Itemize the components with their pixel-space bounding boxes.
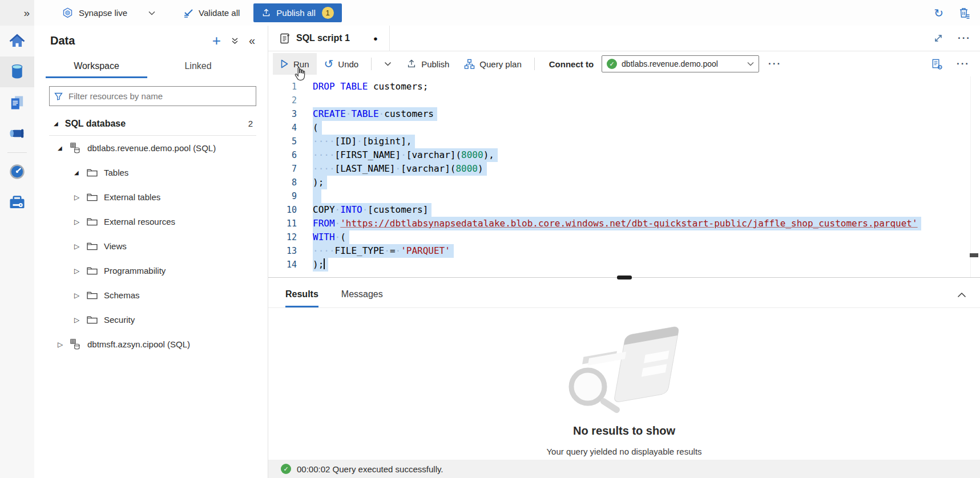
tree-item-dbtlabs-revenue-demo-pool-sql[interactable]: ◢dbtlabs.revenue.demo.pool (SQL)	[34, 136, 268, 160]
folder-icon	[87, 266, 104, 275]
tree-caret-icon[interactable]: ▷	[74, 291, 87, 299]
connect-to-label: Connect to	[549, 59, 594, 69]
synapse-live-selector[interactable]: Synapse live	[56, 3, 161, 23]
expand-rail-icon[interactable]: »	[23, 7, 30, 19]
query-status-bar: ✓ 00:00:02 Query executed successfully.	[268, 460, 980, 478]
code-line-11[interactable]: 11FROM·'https://dbtlabsynapsedatalake.bl…	[268, 217, 980, 230]
database-icon	[70, 339, 87, 350]
selection-highlight	[313, 189, 321, 203]
code-line-6[interactable]: 6····[FIRST_NAME]·[varchar](8000),	[268, 148, 980, 162]
tree-item-views[interactable]: ▷Views	[34, 234, 268, 258]
run-button[interactable]: Run	[273, 53, 317, 75]
rail-item-manage[interactable]	[0, 187, 34, 218]
tree-item-external-tables[interactable]: ▷External tables	[34, 185, 268, 209]
scrollbar-thumb[interactable]	[970, 253, 978, 257]
connect-to-pool-dropdown[interactable]: ✓ dbtlabs.revenue.demo.pool	[602, 55, 759, 72]
chevron-down-icon	[747, 62, 754, 66]
code-line-1[interactable]: 1DROP TABLE customers;	[268, 80, 980, 94]
code-line-8[interactable]: 8);	[268, 176, 980, 189]
collapse-panel-icon[interactable]: «	[249, 34, 255, 47]
undo-icon: ↺	[324, 58, 334, 70]
code-line-content: ····[ID]·[bigint],	[313, 135, 415, 148]
script-properties-icon[interactable]	[931, 58, 943, 70]
rail-item-data[interactable]	[0, 56, 34, 87]
tab-results[interactable]: Results	[285, 282, 318, 307]
tree-caret-icon[interactable]: ▷	[74, 242, 87, 250]
tab-sql-script-1[interactable]: SQL script 1 ●	[268, 26, 390, 51]
code-line-12[interactable]: 12WITH·(	[268, 230, 980, 244]
code-line-7[interactable]: 7····[LAST_NAME]·[varchar](8000)	[268, 162, 980, 176]
publish-button[interactable]: Publish	[399, 53, 457, 75]
selection-highlight: CREATE·TABLE·customers	[313, 107, 437, 121]
line-number: 11	[268, 217, 297, 230]
code-line-13[interactable]: 13····FILE_TYPE·=·'PARQUET'	[268, 244, 980, 258]
code-line-4[interactable]: 4(	[268, 121, 980, 135]
folder-icon	[87, 217, 104, 226]
tree-caret-icon[interactable]: ▷	[74, 316, 87, 324]
code-line-3[interactable]: 3CREATE·TABLE·customers	[268, 107, 980, 121]
rail-item-home[interactable]	[0, 26, 34, 56]
tab-messages[interactable]: Messages	[341, 282, 383, 307]
tree-item-dbtmsft-azsyn-cipool-sql[interactable]: ▷dbtmsft.azsyn.cipool (SQL)	[34, 332, 268, 357]
text-cursor	[324, 258, 325, 269]
toolbar-more-icon[interactable]: ···	[768, 58, 781, 70]
code-line-content: WITH·(	[313, 230, 349, 244]
editor-more-icon[interactable]: ···	[957, 58, 970, 70]
results-tab-bar: Results Messages	[268, 282, 980, 307]
code-line-14[interactable]: 14);	[268, 258, 980, 272]
tree-item-programmability[interactable]: ▷Programmability	[34, 258, 268, 283]
tree-item-tables[interactable]: ◢Tables	[34, 160, 268, 185]
code-line-2[interactable]: 2	[268, 94, 980, 107]
tree-item-label: Programmability	[104, 266, 166, 276]
line-number: 12	[268, 230, 297, 244]
editor-tab-label: SQL script 1	[296, 33, 350, 43]
tab-more-icon[interactable]: ···	[958, 33, 971, 44]
tree-item-label: Security	[104, 315, 135, 325]
selection-highlight: );	[313, 258, 328, 272]
tree-caret-icon[interactable]: ▷	[74, 267, 87, 275]
splitter-handle[interactable]	[617, 276, 632, 279]
filter-resources-input[interactable]	[67, 91, 251, 102]
tree-caret-icon[interactable]: ◢	[54, 120, 58, 127]
collapse-results-icon[interactable]	[957, 292, 966, 298]
line-number: 13	[268, 244, 297, 258]
undo-button[interactable]: ↺ Undo	[317, 53, 366, 75]
tree-caret-icon[interactable]: ▷	[74, 193, 87, 201]
query-plan-icon	[464, 59, 475, 70]
expand-editor-icon[interactable]	[934, 34, 943, 43]
tree-caret-icon[interactable]: ▷	[74, 218, 87, 226]
no-results-illustration	[550, 318, 699, 421]
rail-corner: »	[0, 0, 34, 26]
add-resource-icon[interactable]: +	[212, 33, 221, 48]
publish-all-label: Publish all	[276, 8, 315, 18]
actions-chevron-icon[interactable]	[231, 37, 239, 44]
tab-linked[interactable]: Linked	[147, 55, 249, 78]
rail-item-monitor[interactable]	[0, 156, 34, 187]
code-line-5[interactable]: 5····[ID]·[bigint],	[268, 135, 980, 148]
tree-caret-icon[interactable]: ◢	[74, 169, 87, 176]
tree-item-security[interactable]: ▷Security	[34, 307, 268, 332]
line-number: 9	[268, 189, 297, 203]
tab-workspace[interactable]: Workspace	[46, 55, 147, 78]
selection-highlight: ····[ID]·[bigint],	[313, 135, 415, 148]
develop-icon	[9, 95, 25, 111]
discard-all-icon[interactable]	[958, 7, 970, 19]
code-line-content: );	[313, 258, 328, 272]
sql-code-editor[interactable]: 1DROP TABLE customers;23CREATE·TABLE·cus…	[268, 76, 980, 277]
validate-all-button[interactable]: Validate all	[177, 3, 245, 23]
tree-item-external-resources[interactable]: ▷External resources	[34, 209, 268, 234]
tree-section-sql-database[interactable]: ◢ SQL database 2	[34, 112, 268, 135]
rail-item-develop[interactable]	[0, 87, 34, 118]
tree-item-schemas[interactable]: ▷Schemas	[34, 283, 268, 307]
publish-all-button[interactable]: Publish all 1	[253, 3, 341, 22]
code-line-9[interactable]: 9	[268, 189, 980, 203]
selection-highlight: COPY·INTO·[customers]	[313, 203, 431, 217]
run-options-chevron[interactable]	[377, 53, 399, 75]
rail-item-integrate[interactable]	[0, 118, 34, 149]
tree-caret-icon[interactable]: ◢	[58, 145, 70, 151]
data-icon	[9, 63, 25, 80]
query-plan-button[interactable]: Query plan	[457, 53, 529, 75]
code-line-10[interactable]: 10COPY·INTO·[customers]	[268, 203, 980, 217]
tree-caret-icon[interactable]: ▷	[58, 341, 70, 349]
refresh-icon[interactable]: ↻	[934, 7, 943, 19]
